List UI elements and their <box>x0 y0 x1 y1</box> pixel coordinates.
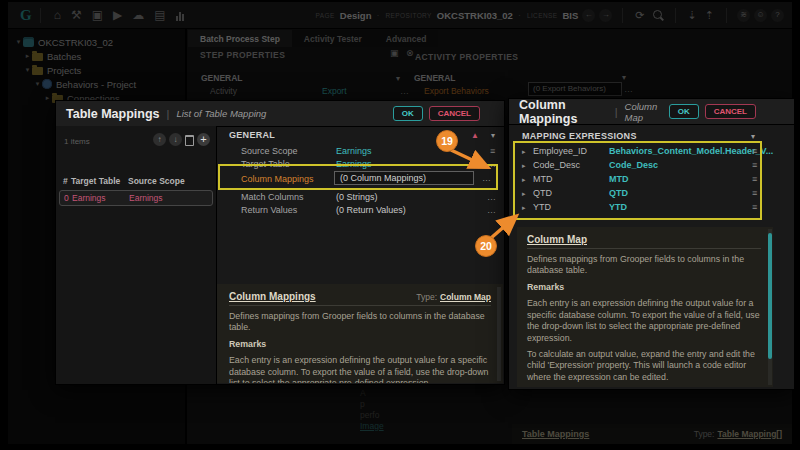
description-heading: Column Mappings <box>229 291 316 302</box>
row-target-table: Earnings <box>72 193 106 203</box>
mapping-label: Code_Desc <box>533 160 580 170</box>
expand-arrow-icon[interactable]: ▸ <box>522 204 526 212</box>
description-body: Defines mappings from Grooper fields to … <box>527 254 761 277</box>
scrollbar-track[interactable] <box>768 229 772 385</box>
remarks-body: Each entry is an expression defining the… <box>229 355 491 383</box>
mapping-value[interactable]: QTD <box>609 188 628 198</box>
prop-label-return-values: Return Values <box>241 205 297 215</box>
mapping-label: MTD <box>533 174 553 184</box>
dialog-title: Table Mappings <box>66 107 160 121</box>
chevron-down-icon[interactable]: ▾ <box>491 131 495 140</box>
row-source-scope: Earnings <box>129 193 163 203</box>
dialog-subtitle: Column Map <box>625 101 669 123</box>
menu-icon[interactable]: ≡ <box>752 160 757 170</box>
expand-arrow-icon[interactable]: ▸ <box>522 162 526 170</box>
scrollbar[interactable] <box>497 287 501 381</box>
property-description-panel: Column Mappings Type: Column Map Defines… <box>217 284 503 383</box>
dialog-header: Table Mappings | List of Table Mapping O… <box>56 101 504 127</box>
divider: | <box>615 106 618 118</box>
screen: G ⌂ ⚒ ▣ ▶ ☁ ▤ PAGE Design · REPOSITORY O… <box>0 0 800 450</box>
dialog-subtitle: List of Table Mapping <box>176 108 266 119</box>
mapping-value[interactable]: Behaviors_Content_Model.Header_V... <box>609 146 773 156</box>
mapping-value[interactable]: YTD <box>609 202 627 212</box>
prop-label-target-table: Target Table <box>241 159 290 169</box>
remarks-body-1: Each entry is an expression defining the… <box>527 298 761 344</box>
menu-icon[interactable]: ≡ <box>752 188 757 198</box>
add-button[interactable]: + <box>197 133 210 146</box>
menu-icon[interactable]: ≡ <box>752 174 757 184</box>
mapping-expressions-header[interactable]: MAPPING EXPRESSIONS <box>522 131 637 141</box>
expand-arrow-icon[interactable]: ▸ <box>522 190 526 198</box>
menu-icon[interactable]: ≡ <box>752 202 757 212</box>
delete-icon[interactable] <box>185 135 194 146</box>
column-header-target-table: Target Table <box>71 176 120 186</box>
move-up-button[interactable]: ↑ <box>153 133 166 146</box>
warning-icon: ▲ <box>471 131 479 140</box>
column-header-index: # <box>63 176 68 186</box>
list-column-headers: # Target Table Source Scope <box>56 176 216 188</box>
remarks-label: Remarks <box>527 282 761 293</box>
column-mappings-dialog: Column Mappings | Column Map OK CANCEL M… <box>508 98 795 390</box>
move-down-button[interactable]: ↓ <box>169 133 182 146</box>
remarks-label: Remarks <box>229 339 491 350</box>
description-heading: Column Map <box>527 234 587 245</box>
ellipsis-button[interactable]: … <box>487 192 497 202</box>
type-value-link[interactable]: Column Map <box>440 292 491 302</box>
prop-label-column-mappings: Column Mappings <box>241 174 314 184</box>
general-section-header[interactable]: GENERAL <box>229 130 275 140</box>
table-mapping-list-panel: 1 items ↑ ↓ + # Target Table Source Scop… <box>56 126 217 384</box>
menu-icon[interactable]: ≡ <box>752 146 757 156</box>
prop-value-target-table[interactable]: Earnings <box>336 159 372 169</box>
mapping-value[interactable]: MTD <box>609 174 629 184</box>
table-mappings-dialog: Table Mappings | List of Table Mapping O… <box>55 100 505 385</box>
mapping-value[interactable]: Code_Desc <box>609 160 658 170</box>
dialog-header: Column Mappings | Column Map OK CANCEL <box>509 99 794 125</box>
prop-value-source-scope[interactable]: Earnings <box>336 146 372 156</box>
dialog-title: Column Mappings <box>519 98 608 126</box>
menu-icon[interactable]: ≡ <box>490 146 495 156</box>
type-label: Type: <box>416 292 437 302</box>
row-index: 0 <box>64 193 69 203</box>
prop-value-column-mappings[interactable]: (0 Column Mappings) <box>334 171 474 185</box>
prop-label-match-columns: Match Columns <box>241 192 304 202</box>
ellipsis-button[interactable]: … <box>487 159 497 169</box>
remarks-body-2: To calculate an output value, expand the… <box>527 349 761 383</box>
prop-label-source-scope: Source Scope <box>241 146 298 156</box>
divider: | <box>167 108 170 120</box>
description-body: Defines mappings from Grooper fields to … <box>229 311 491 334</box>
mapping-label: QTD <box>533 188 552 198</box>
chevron-down-icon[interactable]: ▾ <box>751 132 755 141</box>
scrollbar-thumb[interactable] <box>768 233 772 359</box>
table-row[interactable]: 0 Earnings Earnings <box>59 190 213 206</box>
list-toolbar: ↑ ↓ + <box>153 133 210 146</box>
ok-button[interactable]: OK <box>669 104 699 119</box>
expand-arrow-icon[interactable]: ▸ <box>522 176 526 184</box>
cancel-button[interactable]: CANCEL <box>429 106 480 121</box>
prop-value-match-columns[interactable]: (0 Strings) <box>336 192 378 202</box>
ok-button[interactable]: OK <box>393 106 423 121</box>
items-count: 1 items <box>64 137 90 146</box>
cancel-button[interactable]: CANCEL <box>705 104 756 119</box>
column-header-source-scope: Source Scope <box>128 176 185 186</box>
property-description-panel: Column Map Defines mappings from Grooper… <box>517 227 773 387</box>
mapping-label: Employee_ID <box>533 146 587 156</box>
expand-arrow-icon[interactable]: ▸ <box>522 148 526 156</box>
ellipsis-button[interactable]: … <box>482 173 492 183</box>
ellipsis-button[interactable]: … <box>487 205 497 215</box>
mapping-label: YTD <box>533 202 551 212</box>
prop-value-return-values[interactable]: (0 Return Values) <box>336 205 406 215</box>
